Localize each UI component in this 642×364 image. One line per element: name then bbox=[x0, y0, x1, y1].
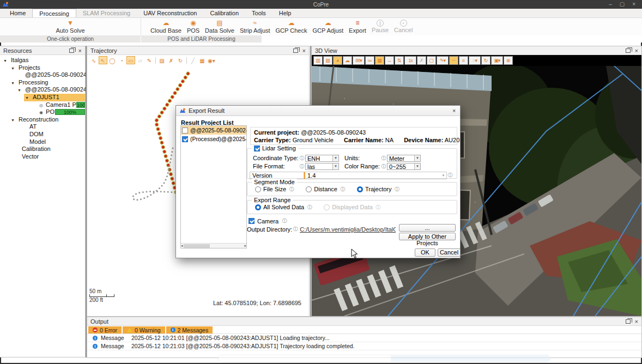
segment-mode-option[interactable]: Trajectory bbox=[357, 186, 401, 193]
horizontal-scrollbar[interactable]: ◂ ▸ bbox=[181, 243, 246, 248]
ribbon-tab[interactable]: Home bbox=[3, 9, 32, 17]
output-filter-tab[interactable]: 0 Warning bbox=[123, 326, 165, 333]
trajectory-line-tool[interactable]: ∿ bbox=[89, 56, 98, 64]
tree-expander-icon[interactable]: ▼ bbox=[11, 80, 16, 87]
tree-item[interactable]: ▼ ◉ POS 100% bbox=[0, 108, 85, 116]
scale-reset-tool[interactable]: 1x bbox=[404, 56, 416, 65]
tree-item[interactable]: ▼ Reconstruction bbox=[0, 116, 85, 124]
locate-tool[interactable]: ⊕ bbox=[504, 56, 513, 65]
delete-selection-tool[interactable]: ✗ bbox=[167, 56, 175, 64]
export-range-option[interactable]: Displayed Data bbox=[324, 204, 381, 211]
output-directory-path[interactable]: C:/Users/m.ventimiglia/Desktop/ItalGas/I… bbox=[300, 226, 396, 233]
float-panel-icon[interactable] bbox=[626, 319, 631, 324]
tree-item[interactable]: ▼ ADJUST1 bbox=[0, 94, 85, 101]
ribbon-button[interactable]: ▤ Data Solve bbox=[202, 18, 237, 35]
ribbon-tab[interactable]: Help bbox=[272, 9, 298, 17]
tree-expander-icon[interactable]: ▼ bbox=[11, 117, 16, 124]
knife-tool[interactable]: ╱ bbox=[189, 56, 197, 64]
apply-to-other-projects-button[interactable]: Apply to Other Projects bbox=[399, 233, 456, 240]
ribbon-button[interactable]: ▼ Auto Solve bbox=[53, 18, 87, 35]
close-panel-icon[interactable]: × bbox=[635, 48, 638, 53]
close-button[interactable]: × bbox=[632, 1, 635, 8]
radio-button[interactable] bbox=[357, 186, 363, 192]
lasso-select-tool[interactable]: ◯ bbox=[108, 56, 117, 64]
ribbon-button[interactable]: ≈ Strip Adjust bbox=[237, 18, 273, 35]
export-range-option[interactable]: All Solved Data bbox=[255, 204, 313, 211]
cancel-button[interactable]: Cancel bbox=[438, 248, 461, 257]
section-line-tool[interactable]: ╌ bbox=[449, 56, 458, 65]
polygon-select-tool[interactable]: ▱ bbox=[136, 56, 144, 64]
ribbon-tab[interactable]: Calibration bbox=[203, 9, 245, 17]
output-message-row[interactable]: Message 2025-05-12 10:21:01 [@@2025-05-0… bbox=[87, 334, 641, 342]
browse-button[interactable]: ... bbox=[399, 224, 456, 232]
refresh-tool[interactable]: ↻ bbox=[176, 56, 185, 64]
output-message-row[interactable]: Message 2025-05-12 10:21:03 [@@2025-05-0… bbox=[87, 342, 641, 350]
tree-item[interactable]: ▼ AT bbox=[0, 123, 85, 131]
divider[interactable] bbox=[155, 57, 156, 64]
classification-tool[interactable]: ▦ bbox=[375, 56, 384, 65]
select-points-tool[interactable]: ◌▾ bbox=[469, 56, 481, 65]
rgb-render-tool[interactable]: ◕ bbox=[333, 56, 342, 65]
segment-mode-option[interactable]: Distance bbox=[306, 186, 346, 193]
ribbon-button[interactable]: ◉ POS bbox=[184, 18, 202, 35]
close-panel-icon[interactable]: × bbox=[635, 319, 638, 324]
tree-expander-icon[interactable]: ▼ bbox=[17, 87, 22, 94]
tree-expander-icon[interactable]: ▼ bbox=[11, 65, 16, 72]
tree-item[interactable]: ▼ Vector bbox=[0, 153, 85, 161]
tree-item[interactable]: ▼ ◎ Camera1 POS 100% bbox=[0, 101, 85, 109]
project-checkbox[interactable] bbox=[182, 136, 188, 142]
ribbon-button[interactable]: ☁ GCP Adjust bbox=[310, 18, 346, 35]
float-panel-icon[interactable] bbox=[69, 48, 74, 53]
height-render-tool[interactable]: ▥ bbox=[313, 56, 323, 65]
scroll-left-icon[interactable]: ◂ bbox=[181, 244, 183, 248]
maximize-button[interactable]: ▢ bbox=[620, 1, 625, 8]
elevation-scale-tool[interactable]: ⇅ bbox=[395, 56, 404, 65]
rect-select-tool[interactable]: ▭ bbox=[126, 56, 135, 64]
ribbon-tab[interactable]: SLAM Processing bbox=[76, 9, 137, 17]
tree-item[interactable]: ▼ Model bbox=[0, 138, 85, 146]
close-panel-icon[interactable]: × bbox=[302, 48, 306, 53]
radio-button[interactable] bbox=[306, 186, 312, 192]
project-list-item[interactable]: @@2025-05-08-090243 bbox=[181, 126, 246, 135]
float-panel-icon[interactable] bbox=[293, 48, 298, 53]
output-filter-tab[interactable]: 2 Messages bbox=[166, 326, 213, 333]
ribbon-tab[interactable]: Tools bbox=[245, 9, 272, 17]
segment-mode-option[interactable]: File Size bbox=[255, 186, 295, 193]
fishnet-tool[interactable]: ▦ bbox=[198, 56, 207, 64]
brush-tool[interactable]: ▨ bbox=[158, 56, 166, 64]
intensity-render-tool[interactable]: ▧ bbox=[323, 56, 332, 65]
ribbon-tab[interactable]: Processing bbox=[32, 9, 76, 17]
dialog-close-icon[interactable]: × bbox=[452, 108, 457, 114]
scroll-right-icon[interactable]: ▸ bbox=[244, 244, 246, 248]
file-format-select[interactable]: las ▼ bbox=[305, 163, 339, 170]
radio-button[interactable] bbox=[255, 186, 261, 192]
ok-button[interactable]: OK bbox=[415, 248, 435, 257]
visibility-options-tool[interactable]: ◉▾ bbox=[207, 56, 216, 64]
project-checkbox[interactable] bbox=[182, 128, 188, 134]
scrollbar-thumb[interactable] bbox=[184, 244, 210, 248]
ribbon-button[interactable]: ▪ Cancel bbox=[391, 18, 415, 35]
dialog-title-bar[interactable]: Export Result × bbox=[176, 106, 460, 116]
tree-item[interactable]: ▼ Processing bbox=[0, 79, 85, 87]
tree-item[interactable]: ▼ Italgas bbox=[0, 57, 85, 64]
output-filter-tab[interactable]: 0 Error bbox=[88, 326, 122, 333]
ribbon-button[interactable]: ≡ Export bbox=[346, 18, 369, 35]
visibility-eye-icon[interactable]: ◎ bbox=[39, 103, 43, 108]
radio-button[interactable] bbox=[324, 204, 330, 210]
tree-item[interactable]: ▼ DOM bbox=[0, 131, 85, 138]
camera-checkbox[interactable] bbox=[249, 218, 255, 224]
lidar-setting-checkbox[interactable] bbox=[254, 145, 260, 151]
tree-item[interactable]: ▼ @@2025-05-08-090243 bbox=[0, 86, 85, 94]
tree-expander-icon[interactable]: ▼ bbox=[3, 57, 8, 65]
time-select-tool[interactable]: ◔ bbox=[117, 56, 126, 64]
ribbon-tab[interactable]: UAV Reconstruction bbox=[137, 9, 203, 17]
rotate-view-tool[interactable]: ↻ bbox=[481, 56, 490, 65]
tree-item[interactable]: ▼ @@2025-05-08-090243 bbox=[0, 71, 85, 79]
project-list-item[interactable]: (Processed)@@2025-05-0 bbox=[181, 135, 246, 143]
point-size-tool[interactable]: 88▾ bbox=[353, 56, 365, 65]
measure-menu-tool[interactable]: ✎▾ bbox=[437, 56, 449, 65]
tree-item[interactable]: ▼ Calibration bbox=[0, 145, 85, 153]
cloud-display-tool[interactable]: ☁ bbox=[343, 56, 352, 65]
ribbon-button[interactable]: ☁ Cloud Base bbox=[148, 18, 184, 35]
translate-tool[interactable]: ↔ bbox=[385, 56, 394, 65]
